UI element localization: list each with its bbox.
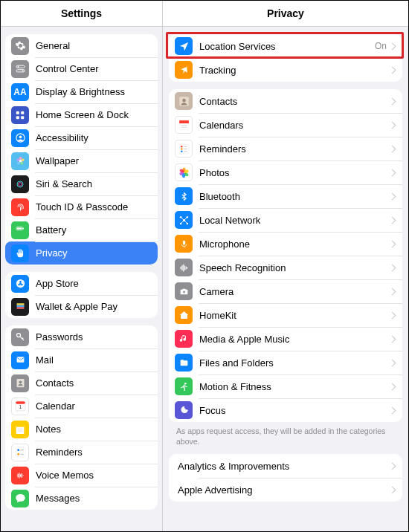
- chevron-right-icon: [389, 335, 396, 343]
- sidebar-item-siri[interactable]: Siri & Search: [5, 172, 158, 195]
- photos-icon: [175, 163, 193, 181]
- sidebar-item-appstore[interactable]: App Store: [5, 272, 158, 295]
- messages-icon: [11, 490, 29, 507]
- sidebar-item-contacts[interactable]: Contacts: [5, 372, 158, 395]
- localnet-icon: [175, 211, 193, 229]
- svg-rect-34: [16, 425, 25, 427]
- svg-point-50: [181, 148, 183, 150]
- row-label: Display & Brightness: [36, 86, 150, 97]
- row-value: On: [375, 41, 387, 51]
- chevron-right-icon: [389, 359, 396, 366]
- privacy-item-speech[interactable]: Speech Recognition: [169, 256, 402, 279]
- privacy-item-files[interactable]: Files and Folders: [169, 351, 402, 374]
- svg-point-22: [16, 279, 24, 288]
- row-label: Tracking: [199, 65, 390, 76]
- row-label: Reminders: [199, 143, 390, 155]
- svg-point-29: [19, 380, 22, 383]
- battery-icon: [11, 221, 29, 239]
- folder-icon: [175, 354, 193, 372]
- privacy-item-mic[interactable]: Microphone: [169, 232, 402, 256]
- svg-point-1: [17, 66, 19, 68]
- privacy-item-contacts2[interactable]: Contacts: [169, 89, 402, 113]
- privacy-item-bluetooth[interactable]: Bluetooth: [169, 184, 402, 208]
- row-label: Wallet & Apple Pay: [36, 301, 150, 312]
- svg-rect-7: [21, 116, 24, 119]
- chevron-right-icon: [389, 97, 396, 105]
- speech-icon: [175, 259, 193, 276]
- music-icon: [175, 330, 193, 348]
- row-label: App Store: [36, 278, 150, 289]
- fingerprint-icon: [11, 198, 29, 216]
- privacy-item-homekit[interactable]: HomeKit: [169, 303, 402, 327]
- svg-rect-23: [16, 303, 24, 305]
- row-label: Photos: [199, 167, 390, 178]
- row-label: Calendars: [199, 120, 390, 131]
- chevron-right-icon: [389, 406, 396, 414]
- row-label: Local Network: [199, 215, 390, 226]
- svg-rect-25: [16, 307, 24, 309]
- row-label: Location Services: [199, 41, 375, 52]
- chevron-right-icon: [389, 240, 396, 247]
- privacy-item-reminders2[interactable]: Reminders: [169, 137, 402, 160]
- privacy-item-analytics[interactable]: Analytics & Improvements: [169, 454, 402, 478]
- privacy-item-focus[interactable]: Focus: [169, 398, 402, 422]
- sidebar-item-wallpaper[interactable]: Wallpaper: [5, 149, 158, 172]
- sidebar-item-privacy[interactable]: Privacy: [5, 241, 158, 265]
- row-label: Home Screen & Dock: [36, 109, 150, 120]
- row-label: Mail: [36, 354, 150, 366]
- sidebar-item-reminders[interactable]: Reminders: [5, 441, 158, 464]
- svg-rect-27: [16, 357, 24, 363]
- wallet-icon: [11, 298, 29, 316]
- location-icon: [175, 37, 193, 55]
- row-label: Motion & Fitness: [199, 381, 390, 392]
- chevron-right-icon: [389, 383, 396, 390]
- chevron-right-icon: [389, 216, 396, 224]
- sidebar-item-calendar[interactable]: 1Calendar: [5, 395, 158, 418]
- privacy-item-motion[interactable]: Motion & Fitness: [169, 374, 402, 398]
- sidebar-item-home-screen[interactable]: Home Screen & Dock: [5, 103, 158, 126]
- sidebar-item-display[interactable]: AADisplay & Brightness: [5, 80, 158, 103]
- sidebar-item-notes[interactable]: Notes: [5, 418, 158, 441]
- home-icon: [175, 306, 193, 324]
- chevron-right-icon: [389, 42, 396, 50]
- sidebar-item-control-center[interactable]: Control Center: [5, 57, 158, 80]
- svg-point-13: [20, 162, 23, 165]
- privacy-item-ads[interactable]: Apple Advertising: [169, 478, 402, 502]
- svg-rect-67: [182, 240, 184, 244]
- privacy-item-calendars[interactable]: Calendars: [169, 113, 402, 137]
- sidebar-item-touchid[interactable]: Touch ID & Passcode: [5, 195, 158, 218]
- sidebar-item-messages[interactable]: Messages: [5, 487, 158, 510]
- row-label: Control Center: [36, 63, 150, 74]
- sidebar-item-mail[interactable]: Mail: [5, 348, 158, 372]
- sidebar-item-general[interactable]: General: [5, 34, 158, 57]
- privacy-item-tracking[interactable]: Tracking: [169, 58, 402, 82]
- svg-rect-24: [16, 305, 24, 308]
- svg-point-11: [19, 157, 22, 160]
- sidebar-item-voicememos[interactable]: Voice Memos: [5, 464, 158, 487]
- privacy-item-media[interactable]: Media & Apple Music: [169, 327, 402, 351]
- row-label: Siri & Search: [36, 178, 150, 189]
- svg-point-69: [184, 382, 187, 384]
- privacy-item-localnet[interactable]: Local Network: [169, 208, 402, 232]
- row-label: Camera: [199, 286, 390, 297]
- privacy-item-location[interactable]: Location ServicesOn: [169, 34, 402, 58]
- row-label: Microphone: [199, 239, 390, 250]
- chevron-right-icon: [389, 486, 396, 493]
- row-label: Apple Advertising: [178, 484, 390, 496]
- row-label: Touch ID & Passcode: [36, 201, 150, 213]
- mail-icon: [11, 351, 29, 369]
- voice-icon: [11, 467, 29, 484]
- privacy-item-photos[interactable]: Photos: [169, 160, 402, 184]
- sidebar-item-battery[interactable]: Battery: [5, 218, 158, 241]
- chevron-right-icon: [389, 145, 396, 152]
- sidebar-item-wallet[interactable]: Wallet & Apple Pay: [5, 295, 158, 318]
- sidebar-item-accessibility[interactable]: Accessibility: [5, 126, 158, 149]
- appstore-icon: [11, 275, 29, 293]
- svg-point-38: [17, 449, 19, 451]
- svg-point-26: [16, 334, 20, 337]
- privacy-item-camera[interactable]: Camera: [169, 279, 402, 303]
- row-label: HomeKit: [199, 310, 390, 321]
- chevron-right-icon: [389, 121, 396, 129]
- sidebar-item-passwords[interactable]: Passwords: [5, 325, 158, 348]
- svg-point-51: [181, 150, 183, 152]
